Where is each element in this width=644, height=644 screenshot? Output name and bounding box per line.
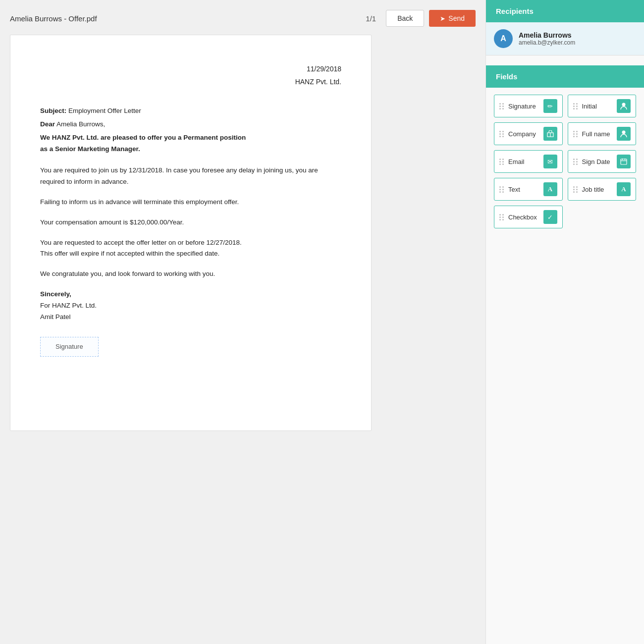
doc-offer: We HANZ Pvt. Ltd. are pleased to offer y… <box>40 132 341 155</box>
doc-dear: Dear Amelia Burrows, <box>40 119 341 130</box>
recipient-item: A Amelia Burrows amelia.b@zylker.com <box>486 22 644 55</box>
doc-company: HANZ Pvt. Ltd. <box>40 78 341 86</box>
fields-section: Fields Signature ✏ Initial <box>486 65 644 235</box>
field-jobtitle-label: Job title <box>582 186 617 193</box>
field-signdate[interactable]: Sign Date <box>568 150 637 173</box>
field-initial[interactable]: Initial <box>568 95 637 117</box>
field-signature-label: Signature <box>508 103 543 110</box>
dear-label: Dear <box>40 120 55 128</box>
main-area: Amelia Burrows - Offer.pdf 1/1 Back ➤ Se… <box>0 0 485 644</box>
document-container: 11/29/2018 HANZ Pvt. Ltd. Subject: Emplo… <box>10 35 372 431</box>
doc-body: Subject: Employment Offer Letter Dear Am… <box>40 106 341 357</box>
doc-para4-line2: This offer will expire if not accepted w… <box>40 250 219 257</box>
drag-handle-checkbox <box>499 214 504 220</box>
fields-grid: Signature ✏ Initial <box>486 88 644 235</box>
fields-header: Fields <box>486 65 644 88</box>
page-indicator: 1/1 <box>366 14 376 23</box>
offer-line2: as a Senior Marketing Manager. <box>40 145 140 153</box>
field-jobtitle[interactable]: Job title A <box>568 178 637 201</box>
recipient-avatar: A <box>494 29 513 48</box>
field-checkbox-icon: ✓ <box>543 210 557 224</box>
field-signature-icon: ✏ <box>543 99 557 113</box>
field-text-icon: A <box>543 182 557 196</box>
field-signdate-icon <box>617 155 631 168</box>
field-fullname[interactable]: Full name <box>568 122 637 145</box>
doc-para2: Failing to inform us in advance will ter… <box>40 197 341 208</box>
send-label: Send <box>448 14 465 22</box>
field-company[interactable]: Company <box>494 122 563 145</box>
field-checkbox-label: Checkbox <box>508 214 543 221</box>
svg-rect-4 <box>621 159 627 164</box>
subject-label: Subject: <box>40 107 66 114</box>
doc-para5: We congratulate you, and look forward to… <box>40 268 341 280</box>
drag-handle-signdate <box>573 159 578 165</box>
doc-subject: Subject: Employment Offer Letter <box>40 106 341 117</box>
field-fullname-icon <box>617 127 631 141</box>
doc-para4: You are requested to accept the offer le… <box>40 237 341 260</box>
right-panel: Recipients A Amelia Burrows amelia.b@zyl… <box>485 0 644 644</box>
field-email-label: Email <box>508 158 543 165</box>
drag-handle-text <box>499 186 504 193</box>
closing1: Sincerely, <box>40 290 71 298</box>
field-company-label: Company <box>508 130 543 138</box>
doc-closing: Sincerely, For HANZ Pvt. Ltd. Amit Patel <box>40 289 341 323</box>
field-email[interactable]: Email ✉ <box>494 150 563 173</box>
subject-text: Employment Offer Letter <box>68 107 141 114</box>
recipient-info: Amelia Burrows amelia.b@zylker.com <box>519 31 575 46</box>
closing2: For HANZ Pvt. Ltd. <box>40 302 97 309</box>
recipient-email: amelia.b@zylker.com <box>519 39 575 46</box>
send-icon: ➤ <box>440 15 445 22</box>
field-signature[interactable]: Signature ✏ <box>494 95 563 117</box>
field-jobtitle-icon: A <box>617 182 631 196</box>
doc-para1: You are required to join us by 12/31/201… <box>40 165 341 188</box>
toolbar: Amelia Burrows - Offer.pdf 1/1 Back ➤ Se… <box>10 10 476 27</box>
svg-point-3 <box>622 131 626 134</box>
svg-point-0 <box>622 103 626 107</box>
signature-placeholder[interactable]: Signature <box>40 337 99 357</box>
field-email-icon: ✉ <box>543 155 557 168</box>
field-initial-icon <box>617 99 631 113</box>
dear-name: Amelia Burrows, <box>56 120 105 128</box>
recipients-header: Recipients <box>486 0 644 22</box>
send-button[interactable]: ➤ Send <box>429 10 476 27</box>
offer-line1: We HANZ Pvt. Ltd. are pleased to offer y… <box>40 134 246 141</box>
drag-handle-jobtitle <box>573 186 578 193</box>
filename-label: Amelia Burrows - Offer.pdf <box>10 14 356 23</box>
doc-date: 11/29/2018 <box>40 65 341 73</box>
field-initial-label: Initial <box>582 103 617 110</box>
toolbar-buttons: Back ➤ Send <box>386 10 476 27</box>
doc-para3: Your compensation amount is $120,000.00/… <box>40 217 341 228</box>
closing3: Amit Patel <box>40 313 71 321</box>
drag-handle-email <box>499 159 504 165</box>
drag-handle-fullname <box>573 131 578 137</box>
drag-handle-company <box>499 131 504 137</box>
field-company-icon <box>543 127 557 141</box>
drag-handle-signature <box>499 103 504 109</box>
field-checkbox[interactable]: Checkbox ✓ <box>494 206 563 228</box>
field-fullname-label: Full name <box>582 130 617 138</box>
field-text[interactable]: Text A <box>494 178 563 201</box>
field-text-label: Text <box>508 186 543 193</box>
field-signdate-label: Sign Date <box>582 158 617 165</box>
drag-handle-initial <box>573 103 578 109</box>
recipient-name: Amelia Burrows <box>519 31 575 39</box>
doc-para4-line1: You are requested to accept the offer le… <box>40 239 242 246</box>
back-button[interactable]: Back <box>386 10 424 27</box>
